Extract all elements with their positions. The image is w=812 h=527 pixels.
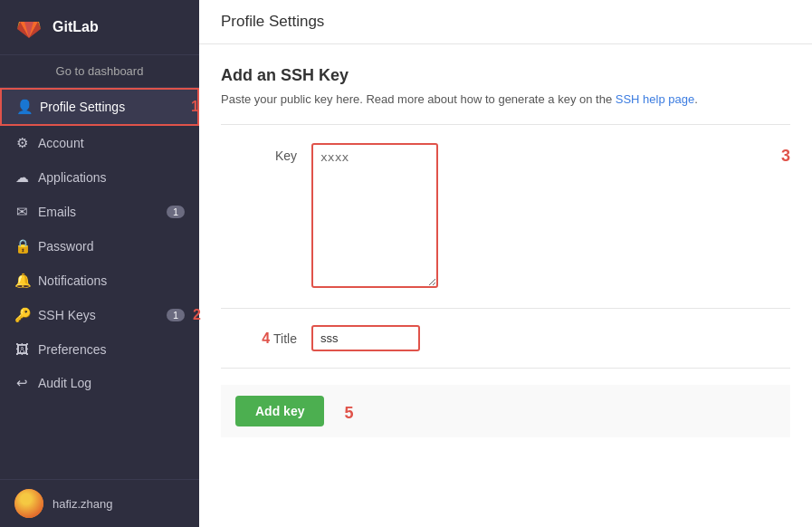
ssh-keys-icon: 🔑 — [14, 307, 29, 323]
sidebar-item-applications[interactable]: ☁Applications — [0, 160, 199, 195]
sidebar-item-label-profile-settings: Profile Settings — [40, 100, 125, 114]
sidebar-item-label-preferences: Preferences — [38, 342, 106, 357]
sidebar: GitLab Go to dashboard 👤Profile Settings… — [0, 0, 199, 527]
notifications-icon: 🔔 — [14, 273, 29, 289]
main-header: Profile Settings — [199, 0, 812, 44]
annotation-profile-settings: 1 — [191, 99, 199, 115]
key-annotation: 3 — [781, 147, 790, 166]
profile-settings-icon: 👤 — [16, 99, 31, 115]
avatar — [14, 489, 43, 518]
add-key-annotation: 5 — [344, 404, 353, 423]
sidebar-item-audit-log[interactable]: ↩Audit Log — [0, 366, 199, 400]
add-key-section: Add key 5 — [221, 385, 790, 437]
sidebar-item-preferences[interactable]: 🖼Preferences — [0, 332, 199, 366]
sidebar-header: GitLab — [0, 0, 199, 55]
title-input-wrap — [311, 325, 790, 351]
sidebar-item-emails[interactable]: ✉Emails1 — [0, 195, 199, 229]
audit-log-icon: ↩ — [14, 375, 29, 391]
title-label: 4Title — [221, 325, 311, 347]
sidebar-item-label-applications: Applications — [38, 170, 107, 185]
sidebar-item-label-emails: Emails — [38, 205, 76, 219]
ssh-help-link[interactable]: SSH help page — [616, 92, 694, 106]
password-icon: 🔒 — [14, 238, 29, 254]
username: hafiz.zhang — [53, 497, 113, 511]
sidebar-item-ssh-keys[interactable]: 🔑SSH Keys12 — [0, 298, 199, 332]
sidebar-item-password[interactable]: 🔒Password — [0, 229, 199, 264]
sidebar-item-notifications[interactable]: 🔔Notifications — [0, 264, 199, 298]
title-form-group: 4Title — [221, 325, 790, 369]
sidebar-item-label-notifications: Notifications — [38, 273, 107, 288]
account-icon: ⚙ — [14, 135, 29, 151]
main-body: Add an SSH Key Paste your public key her… — [199, 44, 812, 527]
key-label: Key — [221, 143, 311, 163]
applications-icon: ☁ — [14, 169, 29, 186]
section-title: Add an SSH Key — [221, 66, 790, 85]
sidebar-item-account[interactable]: ⚙Account — [0, 126, 199, 160]
section-desc-text: Paste your public key here. Read more ab… — [221, 92, 616, 106]
sidebar-item-label-account: Account — [38, 136, 84, 150]
key-form-group: Key xxxx 3 — [221, 143, 790, 309]
badge-ssh-keys: 1 — [167, 309, 185, 321]
add-key-button[interactable]: Add key — [235, 396, 324, 426]
app-name: GitLab — [53, 19, 99, 35]
title-annotation-num: 4 — [262, 331, 270, 346]
nav-list: 👤Profile Settings1⚙Account☁Applications✉… — [0, 88, 199, 400]
section-desc: Paste your public key here. Read more ab… — [221, 92, 790, 106]
go-to-dashboard-link[interactable]: Go to dashboard — [0, 55, 199, 88]
main-content: Profile Settings Add an SSH Key Paste yo… — [199, 0, 812, 527]
section-divider — [221, 124, 790, 125]
title-input[interactable] — [311, 325, 420, 351]
key-input-wrap: xxxx — [311, 143, 772, 292]
emails-icon: ✉ — [14, 204, 29, 220]
sidebar-item-label-audit-log: Audit Log — [38, 376, 91, 390]
annotation-ssh-keys: 2 — [193, 307, 201, 323]
sidebar-item-label-password: Password — [38, 239, 93, 254]
sidebar-item-profile-settings[interactable]: 👤Profile Settings1 — [0, 88, 199, 126]
badge-emails: 1 — [167, 206, 185, 218]
sidebar-item-label-ssh-keys: SSH Keys — [38, 308, 96, 322]
gitlab-logo-icon — [14, 13, 43, 42]
preferences-icon: 🖼 — [14, 341, 29, 357]
key-textarea[interactable]: xxxx — [311, 143, 438, 288]
sidebar-footer: hafiz.zhang — [0, 479, 199, 527]
